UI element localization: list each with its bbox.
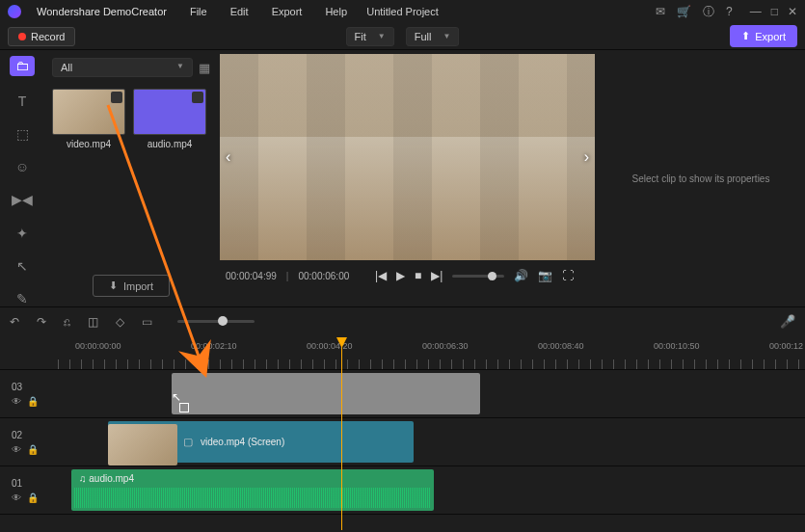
ruler-ticks <box>58 359 805 369</box>
camera-badge-icon <box>192 92 203 103</box>
grid-view-icon[interactable]: ▦ <box>199 61 210 75</box>
voiceover-icon[interactable]: 🎤 <box>780 314 795 329</box>
upload-icon: ⬆ <box>741 30 750 42</box>
eye-icon[interactable]: 👁 <box>12 396 21 407</box>
sidebar-transition-icon[interactable]: ▶◀ <box>13 192 32 207</box>
music-note-icon: ♫ <box>79 473 87 484</box>
record-dot-icon <box>18 33 26 40</box>
clip-placeholder[interactable] <box>172 373 480 414</box>
track-head: 02 👁🔒 <box>0 418 58 466</box>
snapshot-icon[interactable]: 📷 <box>538 269 552 282</box>
chevron-left-icon[interactable]: ‹ <box>226 148 230 166</box>
sidebar: 🗀 T ⬚ ☺ ▶◀ ✦ ↖ ✎ <box>0 50 44 306</box>
mouse-cursor-icon: ↖ <box>172 390 181 404</box>
help-icon[interactable]: ? <box>726 5 733 18</box>
clip-label: video.mp4 (Screen) <box>201 437 284 447</box>
timeline-tracks: 03 👁🔒 02 👁🔒 ▢ video.mp4 (Screen) 01 👁🔒 ♫ <box>0 370 805 532</box>
record-label: Record <box>31 31 65 42</box>
cart-icon[interactable]: 🛒 <box>677 5 691 18</box>
timeline-zoom-slider[interactable] <box>177 320 255 323</box>
minimize-icon[interactable]: — <box>750 5 762 18</box>
stop-icon[interactable]: ■ <box>415 269 421 282</box>
menu-file[interactable]: File <box>190 6 207 17</box>
fit-dropdown-1[interactable]: Fit▼ <box>346 27 394 46</box>
thumb-label: video.mp4 <box>52 139 125 149</box>
volume-icon[interactable]: 🔊 <box>514 269 528 282</box>
record-button[interactable]: Record <box>8 27 75 46</box>
track-1: 01 👁🔒 ♫ audio.mp4 <box>0 466 805 515</box>
import-button[interactable]: ⬇ Import <box>93 275 170 297</box>
app-name: Wondershare DemoCreator <box>37 6 167 17</box>
media-thumb-video[interactable]: video.mp4 <box>52 89 125 149</box>
playhead[interactable] <box>341 337 342 530</box>
fit-dropdown-2[interactable]: Full▼ <box>406 27 460 46</box>
track-head: 01 👁🔒 <box>0 466 58 514</box>
chevron-down-icon: ▼ <box>176 62 184 73</box>
top-right-icons: ✉ 🛒 ⓘ ? — □ ✕ <box>656 4 797 20</box>
eye-icon[interactable]: 👁 <box>12 444 21 455</box>
next-frame-icon[interactable]: ▶| <box>431 269 443 282</box>
clip-video[interactable]: ▢ video.mp4 (Screen) <box>108 421 414 463</box>
marker-icon[interactable]: ◇ <box>116 315 124 329</box>
mail-icon[interactable]: ✉ <box>656 5 665 18</box>
redo-icon[interactable]: ↷ <box>37 315 46 329</box>
media-panel: All▼ ▦ video.mp4 audio.mp4 ⬇ Import <box>44 50 218 306</box>
sidebar-media-icon[interactable]: 🗀 <box>10 56 35 76</box>
lock-icon[interactable]: 🔒 <box>27 444 39 455</box>
user-icon[interactable]: ⓘ <box>703 4 714 20</box>
preview-panel: ‹ › 00:00:04:99 | 00:00:06:00 |◀ ▶ ■ ▶| … <box>218 50 597 306</box>
chevron-down-icon: ▼ <box>378 32 386 40</box>
chevron-right-icon[interactable]: › <box>584 148 589 166</box>
chevron-down-icon: ▼ <box>443 32 450 40</box>
player-controls: 00:00:04:99 | 00:00:06:00 |◀ ▶ ■ ▶| 🔊 📷 … <box>218 260 597 291</box>
undo-icon[interactable]: ↶ <box>10 315 19 329</box>
clip-audio[interactable]: ♫ audio.mp4 <box>71 469 434 511</box>
clip-label: audio.mp4 <box>89 473 134 484</box>
sidebar-text-icon[interactable]: T <box>13 93 32 109</box>
app-logo-icon <box>8 5 21 18</box>
track-head: 03 👁🔒 <box>0 370 58 417</box>
properties-panel: Select clip to show its properties <box>597 50 805 306</box>
play-icon[interactable]: ▶ <box>396 269 405 282</box>
crop-icon[interactable]: ◫ <box>88 315 98 329</box>
drag-indicator-icon <box>179 403 189 412</box>
eye-icon[interactable]: 👁 <box>12 492 21 503</box>
timeline-ruler[interactable]: 00:00:00:00 00:00:02:10 00:00:04:20 00:0… <box>0 335 805 370</box>
volume-slider[interactable] <box>452 275 504 278</box>
clip-thumbnail <box>108 424 177 466</box>
menu-help[interactable]: Help <box>325 6 347 17</box>
split-icon[interactable]: ⎌ <box>64 315 70 329</box>
menu-edit[interactable]: Edit <box>230 6 249 17</box>
lock-icon[interactable]: 🔒 <box>27 492 39 503</box>
export-button[interactable]: ⬆ Export <box>730 25 797 47</box>
timeline-toolbar: ↶ ↷ ⎌ ◫ ◇ ▭ 🎤 <box>0 306 805 335</box>
camera-badge-icon <box>111 92 122 103</box>
thumb-label: audio.mp4 <box>133 139 206 149</box>
sidebar-cursor-icon[interactable]: ↖ <box>13 258 32 274</box>
menu-export[interactable]: Export <box>272 6 303 17</box>
close-icon[interactable]: ✕ <box>788 5 797 18</box>
main-menu: File Edit Export Help <box>190 6 347 17</box>
toolbar: Record Fit▼ Full▼ ⬆ Export <box>0 23 805 50</box>
sidebar-effects-icon[interactable]: ✦ <box>13 226 32 241</box>
sidebar-sticker-icon[interactable]: ☺ <box>13 159 32 174</box>
timecode-current: 00:00:04:99 <box>226 271 277 281</box>
title-bar: Wondershare DemoCreator File Edit Export… <box>0 0 805 23</box>
sidebar-caption-icon[interactable]: ⬚ <box>13 126 32 142</box>
import-icon: ⬇ <box>109 279 118 292</box>
export-label: Export <box>755 31 786 42</box>
lock-icon[interactable]: 🔒 <box>27 396 39 407</box>
snap-icon[interactable]: ▭ <box>142 315 152 329</box>
media-thumb-audio[interactable]: audio.mp4 <box>133 89 206 149</box>
video-badge-icon: ▢ <box>183 436 193 448</box>
preview-canvas[interactable]: ‹ › <box>220 54 595 260</box>
maximize-icon[interactable]: □ <box>771 5 778 18</box>
timecode-total: 00:00:06:00 <box>298 271 349 281</box>
media-filter-dropdown[interactable]: All▼ <box>52 58 193 77</box>
project-title: Untitled Project <box>366 6 439 17</box>
track-2: 02 👁🔒 ▢ video.mp4 (Screen) <box>0 418 805 466</box>
fullscreen-icon[interactable]: ⛶ <box>562 269 574 282</box>
properties-empty-text: Select clip to show its properties <box>632 173 770 184</box>
prev-frame-icon[interactable]: |◀ <box>375 269 387 282</box>
sidebar-annotation-icon[interactable]: ✎ <box>13 291 32 306</box>
